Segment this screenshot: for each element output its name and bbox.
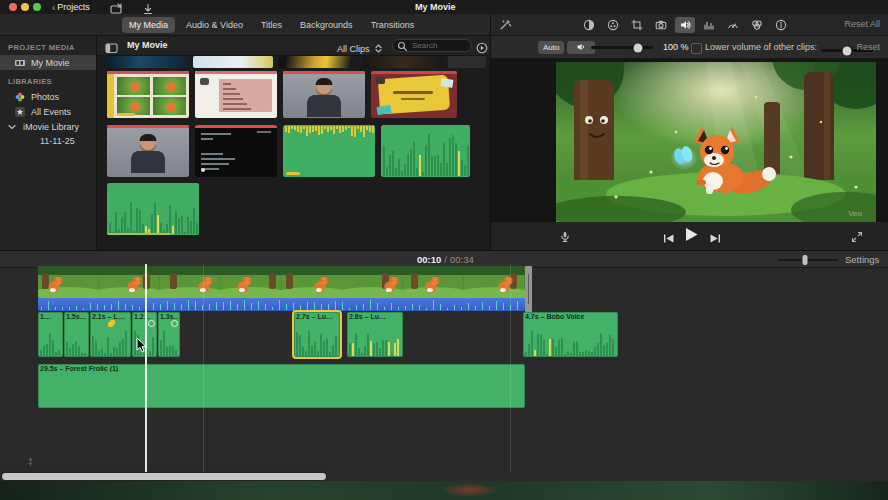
fullscreen-icon[interactable] — [851, 229, 863, 247]
sidebar-item-imovie-library[interactable]: iMovie Library — [0, 119, 96, 134]
sidebar-item-photos[interactable]: Photos — [0, 89, 96, 104]
viewer-video: Veo — [556, 62, 876, 222]
sound-clip-label: 1.5s… — [66, 313, 87, 320]
sound-clip[interactable]: 2.1s – L… — [90, 312, 131, 357]
timeline-settings-button[interactable]: Settings — [845, 254, 879, 265]
playhead[interactable] — [145, 264, 147, 472]
lower-volume-label: Lower volume of other clips: — [705, 42, 817, 52]
video-clip-filmstrip[interactable] — [38, 266, 525, 298]
clip-trim-handle[interactable] — [525, 266, 532, 312]
sound-clip[interactable]: 1.3s… — [158, 312, 180, 357]
projects-back-button[interactable]: ‹ Projects — [52, 1, 90, 13]
speaker-icon — [576, 42, 586, 54]
browser-header: My Movie All Clips — [97, 36, 490, 56]
speed-icon[interactable] — [723, 17, 743, 33]
window-title: My Movie — [415, 2, 456, 12]
timeline-zoom-slider[interactable] — [778, 259, 838, 261]
tab-backgrounds[interactable]: Backgrounds — [293, 17, 360, 33]
volume-icon[interactable] — [675, 17, 695, 33]
sound-clip[interactable]: 1.5s… — [64, 312, 89, 357]
project-media-header: PROJECT MEDIA — [0, 36, 96, 55]
color-correction-icon[interactable] — [603, 17, 623, 33]
sound-clip[interactable]: 4.7s – Bobo Voice — [523, 312, 618, 357]
tab-transitions[interactable]: Transitions — [364, 17, 422, 33]
info-icon[interactable] — [771, 17, 791, 33]
mouse-cursor — [136, 337, 147, 357]
transport-bar — [491, 222, 888, 250]
sidebar: PROJECT MEDIA My Movie LIBRARIES PhotosA… — [0, 36, 97, 250]
crop-icon[interactable] — [627, 17, 647, 33]
volume-slider[interactable] — [591, 46, 653, 49]
photos-icon — [14, 91, 26, 103]
veo-watermark: Veo — [848, 209, 862, 218]
sound-clip[interactable]: 1… — [38, 312, 63, 357]
media-browser: My Movie All Clips — [97, 36, 490, 250]
media-thumb-sliver-dark[interactable] — [363, 56, 443, 68]
timeline-guide-line — [203, 264, 204, 472]
zoom-window-button[interactable] — [33, 3, 41, 11]
play-button[interactable] — [684, 227, 699, 246]
viewer: Veo — [491, 59, 888, 222]
search-input[interactable] — [410, 40, 472, 51]
horizontal-scrollbar[interactable] — [2, 473, 326, 480]
tab-titles[interactable]: Titles — [254, 17, 289, 33]
next-frame-button[interactable] — [709, 230, 721, 248]
sound-clip-label: 2.1s – L… — [92, 313, 129, 320]
back-chevron-icon: ‹ — [52, 2, 55, 13]
tab-my-media[interactable]: My Media — [122, 17, 175, 33]
media-thumb-notecard[interactable] — [195, 71, 277, 118]
media-thumb-terminal[interactable] — [195, 125, 277, 177]
timeline-guide-line — [510, 264, 511, 472]
filmstrip-frame — [38, 266, 99, 298]
noise-reduction-icon[interactable] — [699, 17, 719, 33]
media-thumb-sliver-gray[interactable] — [448, 56, 486, 68]
sound-clip[interactable]: 2.7s – Lu… — [294, 312, 340, 357]
events-icon — [14, 106, 26, 118]
sound-clip[interactable]: 2.6s – Lu… — [347, 312, 403, 357]
previous-frame-button[interactable] — [663, 230, 675, 248]
minimize-window-button[interactable] — [21, 3, 29, 11]
time-total: 00:34 — [450, 254, 474, 265]
titlebar: ‹ Projects My Movie — [0, 0, 888, 15]
tab-audio-video[interactable]: Audio & Video — [179, 17, 250, 33]
media-thumb-foxgrid[interactable] — [107, 71, 189, 118]
time-current: 00:10 — [417, 254, 441, 265]
sound-clip-label: 1.3s… — [160, 313, 178, 320]
video-audio-waveform-bar[interactable] — [38, 298, 525, 311]
sound-clip-label: 2.6s – Lu… — [349, 313, 401, 320]
timeline: 1…1.5s…2.1s – L…1.2…1.3s…2.7s – Lu…2.6s … — [0, 268, 888, 481]
sidebar-item-11-11-25[interactable]: 11-11-25 — [0, 134, 96, 148]
media-thumb-audio-yellowband[interactable] — [283, 125, 375, 177]
media-thumb-audio-wave[interactable] — [107, 183, 199, 235]
libraries-header: LIBRARIES — [0, 70, 96, 89]
timeline-hint-icon — [26, 454, 35, 472]
search-icon — [397, 37, 407, 55]
media-thumb-promo[interactable] — [371, 71, 457, 118]
media-thumb-audio-spikes[interactable] — [381, 125, 470, 177]
media-thumb-sliver-ocean[interactable] — [108, 56, 188, 68]
media-thumb-sliver-yellow[interactable] — [278, 56, 358, 68]
volume-controls-row: Auto 100 % Lower volume of other clips: … — [491, 36, 888, 59]
close-window-button[interactable] — [9, 3, 17, 11]
projects-label: Projects — [57, 2, 90, 12]
sound-clip-label: 2.7s – Lu… — [296, 313, 338, 320]
search-box[interactable] — [392, 39, 472, 52]
filmstrip-frame — [221, 266, 282, 298]
media-thumb-webcam[interactable] — [107, 125, 189, 177]
stabilization-icon[interactable] — [651, 17, 671, 33]
clip-filter-icon[interactable] — [747, 17, 767, 33]
color-balance-icon[interactable] — [579, 17, 599, 33]
voiceover-mic-icon[interactable] — [559, 229, 571, 247]
browser-title: My Movie — [127, 40, 168, 50]
media-thumb-presenter[interactable] — [283, 71, 365, 118]
media-thumb-sliver-sky[interactable] — [193, 56, 273, 68]
music-clip-label: 29.5s – Forest Frolic (1) — [40, 365, 523, 372]
lower-volume-checkbox[interactable] — [691, 43, 702, 54]
enhance-wand-icon[interactable] — [499, 18, 512, 36]
sidebar-item-all-events[interactable]: All Events — [0, 104, 96, 119]
auto-volume-button[interactable]: Auto — [538, 41, 564, 54]
reset-volume-button[interactable]: Reset — [856, 42, 880, 52]
background-music-clip[interactable]: 29.5s – Forest Frolic (1) — [38, 364, 525, 408]
reset-all-button[interactable]: Reset All — [844, 19, 880, 29]
sidebar-item-my-movie[interactable]: My Movie — [0, 55, 96, 70]
